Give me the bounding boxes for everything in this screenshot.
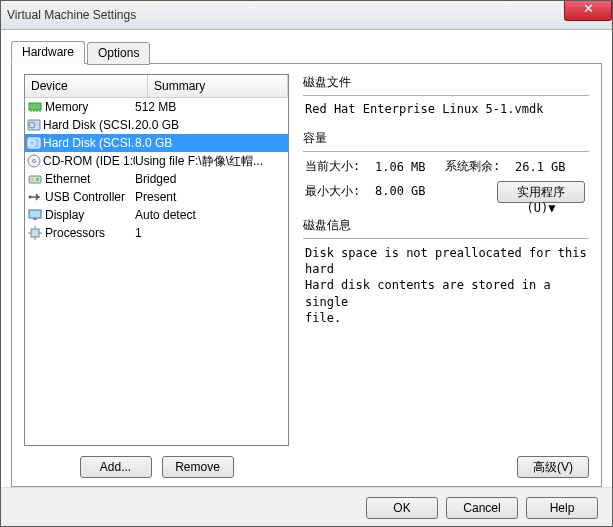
device-summary: 8.0 GB: [135, 136, 286, 150]
device-row[interactable]: Hard Disk (SCSI...20.0 GB: [25, 116, 288, 134]
tab-hardware[interactable]: Hardware: [11, 41, 85, 64]
device-summary: Bridged: [135, 172, 286, 186]
device-summary: 512 MB: [135, 100, 286, 114]
device-name: CD-ROM (IDE 1:0): [43, 154, 135, 168]
svg-rect-17: [31, 229, 39, 237]
max-size-value: 8.00 GB: [375, 184, 445, 198]
tab-options[interactable]: Options: [87, 42, 150, 65]
net-icon: [27, 171, 43, 187]
window-title: Virtual Machine Settings: [7, 8, 136, 22]
svg-rect-0: [29, 103, 41, 110]
device-name: Ethernet: [45, 172, 90, 186]
capacity-label: 容量: [303, 130, 589, 149]
ok-button[interactable]: OK: [366, 497, 438, 519]
device-row[interactable]: DisplayAuto detect: [25, 206, 288, 224]
device-row[interactable]: Memory512 MB: [25, 98, 288, 116]
svg-rect-16: [33, 218, 37, 220]
cd-icon: [27, 153, 41, 169]
diskinfo-line: Hard disk contents are stored in a singl…: [305, 277, 587, 309]
advanced-button[interactable]: 高级(V): [517, 456, 589, 478]
device-name: Display: [45, 208, 84, 222]
device-summary: 20.0 GB: [135, 118, 286, 132]
device-row[interactable]: EthernetBridged: [25, 170, 288, 188]
diskinfo-label: 磁盘信息: [303, 217, 589, 236]
column-header-summary[interactable]: Summary: [148, 75, 288, 97]
diskfile-value: Red Hat Enterprise Linux 5-1.vmdk: [305, 102, 543, 116]
device-name: Processors: [45, 226, 105, 240]
system-free-value: 26.1 GB: [515, 160, 585, 174]
device-name: Hard Disk (SCSI...: [43, 136, 135, 150]
svg-rect-11: [29, 176, 41, 183]
diskinfo-line: file.: [305, 310, 587, 326]
device-summary: 1: [135, 226, 286, 240]
device-row[interactable]: Processors1: [25, 224, 288, 242]
cancel-button[interactable]: Cancel: [446, 497, 518, 519]
svg-rect-5: [28, 120, 40, 130]
usb-icon: [27, 189, 43, 205]
help-button[interactable]: Help: [526, 497, 598, 519]
hdd-icon: [27, 135, 41, 151]
close-button[interactable]: ✕: [564, 0, 612, 21]
remove-button[interactable]: Remove: [162, 456, 234, 478]
svg-point-10: [33, 160, 36, 163]
device-name: Memory: [45, 100, 88, 114]
system-free-label: 系统剩余:: [445, 158, 515, 175]
device-summary: Auto detect: [135, 208, 286, 222]
current-size-label: 当前大小:: [305, 158, 375, 175]
max-size-label: 最小大小:: [305, 183, 375, 200]
device-summary: Using file F:\静像\红帽...: [135, 153, 286, 170]
display-icon: [27, 207, 43, 223]
hdd-icon: [27, 117, 41, 133]
device-summary: Present: [135, 190, 286, 204]
current-size-value: 1.06 MB: [375, 160, 445, 174]
device-name: USB Controller: [45, 190, 125, 204]
device-list[interactable]: Device Summary Memory512 MBHard Disk (SC…: [24, 74, 289, 446]
svg-rect-12: [31, 178, 34, 181]
device-row[interactable]: USB ControllerPresent: [25, 188, 288, 206]
device-row[interactable]: Hard Disk (SCSI...8.0 GB: [25, 134, 288, 152]
svg-rect-15: [29, 210, 41, 218]
diskfile-label: 磁盘文件: [303, 74, 589, 93]
svg-point-14: [29, 196, 32, 199]
svg-rect-7: [28, 138, 40, 148]
cpu-icon: [27, 225, 43, 241]
device-name: Hard Disk (SCSI...: [43, 118, 135, 132]
svg-rect-13: [36, 178, 39, 181]
column-header-device[interactable]: Device: [25, 75, 148, 97]
diskinfo-line: Disk space is not preallocated for this …: [305, 245, 587, 277]
add-button[interactable]: Add...: [80, 456, 152, 478]
memory-icon: [27, 99, 43, 115]
utilities-button[interactable]: 实用程序(U)▼: [497, 181, 585, 203]
device-row[interactable]: CD-ROM (IDE 1:0)Using file F:\静像\红帽...: [25, 152, 288, 170]
